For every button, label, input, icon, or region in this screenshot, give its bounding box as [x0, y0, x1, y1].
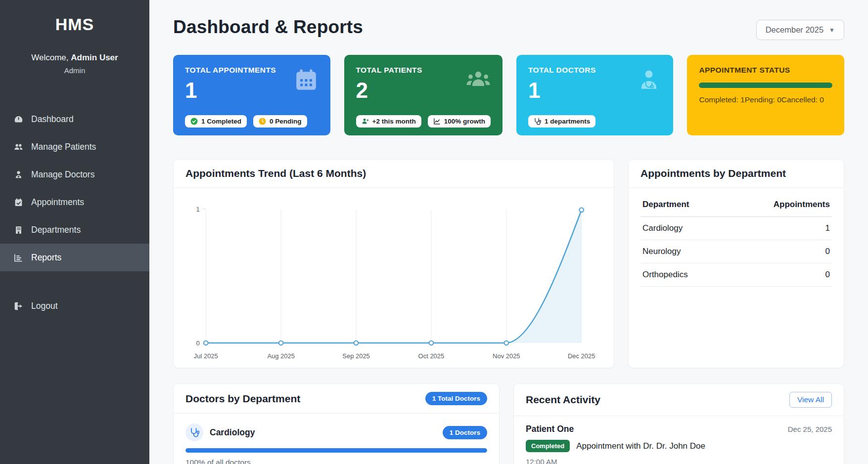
sidebar-item-label: Departments [31, 225, 81, 235]
doctors-list: Cardiology 1 Doctors 100% of all doctors [174, 414, 499, 464]
x-axis-label: Sep 2025 [342, 352, 370, 360]
stethoscope-icon [534, 118, 541, 125]
y-axis-tick-0: 0 [196, 339, 200, 347]
stat-card-badges: 1 Completed 0 Pending [185, 115, 319, 127]
sidebar-item-dashboard[interactable]: Dashboard [0, 105, 149, 133]
trend-panel-header: Appointments Trend (Last 6 Months) [174, 160, 614, 188]
department-cell: Neurology [640, 240, 728, 263]
stat-card-total-appointments: TOTAL APPOINTMENTS 1 1 Completed 0 Pendi… [173, 55, 330, 135]
departments-badge: 1 departments [528, 115, 595, 127]
x-axis-label: Dec 2025 [568, 352, 595, 360]
list-item: Patient One Dec 25, 2025 Completed Appoi… [526, 424, 832, 464]
welcome-prefix: Welcome, [31, 53, 68, 62]
trend-panel-title: Appointments Trend (Last 6 Months) [185, 168, 366, 179]
department-name: Cardiology [210, 427, 255, 438]
activity-time: 12:00 AM [526, 458, 832, 464]
x-axis-label: Nov 2025 [493, 352, 520, 360]
sidebar-item-manage-patients[interactable]: Manage Patients [0, 133, 149, 161]
activity-header: Patient One Dec 25, 2025 [526, 424, 832, 434]
sidebar-item-appointments[interactable]: Appointments [0, 188, 149, 216]
dept-panel-header: Appointments by Department [629, 160, 844, 188]
stat-card-badges: 1 departments [528, 115, 662, 127]
stethoscope-icon [185, 423, 203, 441]
sidebar-item-label: Appointments [31, 197, 84, 208]
sidebar-nav: Dashboard Manage Patients Manage Doctors… [0, 105, 149, 320]
sidebar-item-label: Dashboard [31, 114, 74, 125]
doctors-by-department-panel: Doctors by Department 1 Total Doctors Ca… [173, 383, 500, 464]
sidebar-item-reports[interactable]: Reports [0, 244, 149, 271]
main-content: Dashboard & Reports December 2025 ▼ TOTA… [149, 0, 868, 464]
appointments-trend-panel: Appointments Trend (Last 6 Months) [173, 159, 614, 368]
tachometer-icon [13, 114, 24, 125]
pending-badge: 0 Pending [253, 115, 307, 127]
stat-card-appointment-status: APPOINTMENT STATUS Completed: 1Pending: … [687, 55, 844, 135]
activity-detail: Completed Appointment with Dr. Dr. John … [526, 440, 832, 452]
view-all-button[interactable]: View All [789, 392, 832, 408]
completed-badge: 1 Completed [185, 115, 247, 127]
appointments-cell: 0 [728, 240, 832, 263]
doctors-count-badge: 1 Doctors [443, 426, 487, 439]
sidebar-item-departments[interactable]: Departments [0, 216, 149, 244]
doctors-panel-header: Doctors by Department 1 Total Doctors [174, 384, 499, 414]
welcome-text: Welcome, Admin User [0, 53, 149, 63]
clock-icon [259, 118, 266, 125]
sidebar-item-label: Logout [31, 301, 58, 311]
stat-cards-row: TOTAL APPOINTMENTS 1 1 Completed 0 Pendi… [173, 55, 844, 135]
calendar-check-icon [13, 197, 24, 208]
sidebar-item-label: Manage Doctors [31, 169, 94, 180]
table-header-row: Department Appointments [640, 193, 832, 217]
table-row: Cardiology 1 [640, 217, 832, 240]
chart-line-icon [13, 253, 24, 263]
stat-card-total-patients: TOTAL PATIENTS 2 +2 this month 100% grow… [344, 55, 503, 135]
table-row: Orthopedics 0 [640, 263, 832, 287]
chart-growth-icon [433, 118, 441, 125]
sidebar-item-label: Reports [31, 253, 61, 263]
topbar: Dashboard & Reports December 2025 ▼ [173, 17, 844, 40]
users-icon [466, 68, 491, 92]
person-plus-icon [362, 118, 369, 125]
trend-chart-container: 1 0 Jul 2025 Aug 2025 Sep 2025 Oct 2025 … [174, 188, 614, 368]
calendar-icon [294, 68, 319, 92]
recent-panel-title: Recent Activity [526, 394, 600, 406]
department-cell: Cardiology [640, 217, 728, 240]
growth-badge: 100% growth [428, 115, 491, 127]
sidebar-item-label: Manage Patients [31, 142, 96, 152]
sidebar-item-logout[interactable]: Logout [0, 292, 149, 320]
user-role: Admin [0, 66, 149, 75]
appointments-by-department-panel: Appointments by Department Department Ap… [628, 159, 844, 368]
appointments-cell: 1 [728, 217, 832, 240]
status-progress-bar [699, 83, 832, 88]
activity-list: Patient One Dec 25, 2025 Completed Appoi… [514, 416, 844, 464]
status-badge: Completed [526, 440, 570, 452]
stat-card-total-doctors: TOTAL DOCTORS 1 1 departments [516, 55, 674, 135]
y-axis-tick-1: 1 [196, 206, 200, 213]
welcome-user-name: Admin User [71, 53, 118, 62]
column-header-appointments: Appointments [728, 193, 832, 217]
department-appointments-table: Department Appointments Cardiology 1 Neu… [640, 193, 832, 287]
column-header-department: Department [640, 193, 728, 217]
app-logo: HMS [0, 0, 149, 34]
status-counts-text: Completed: 1Pending: 0Cancelled: 0 [699, 95, 832, 104]
month-selector-dropdown[interactable]: December 2025 ▼ [756, 20, 844, 40]
doctors-percentage-label: 100% of all doctors [185, 458, 487, 464]
status-progress-track [699, 83, 832, 88]
stat-card-badges: +2 this month 100% growth [356, 115, 491, 127]
appointments-trend-chart: 1 0 Jul 2025 Aug 2025 Sep 2025 Oct 2025 … [184, 196, 603, 363]
chevron-down-icon: ▼ [829, 27, 835, 34]
user-doctor-icon [637, 68, 661, 92]
sidebar-item-manage-doctors[interactable]: Manage Doctors [0, 161, 149, 188]
activity-description: Appointment with Dr. Dr. John Doe [576, 441, 705, 451]
stat-card-title: APPOINTMENT STATUS [699, 66, 832, 75]
sidebar: HMS Welcome, Admin User Admin Dashboard … [0, 0, 149, 464]
activity-date: Dec 25, 2025 [788, 425, 832, 433]
users-icon [13, 142, 24, 152]
logout-icon [13, 301, 24, 311]
x-axis-label: Jul 2025 [194, 352, 218, 360]
list-item: Cardiology 1 Doctors [185, 423, 487, 441]
table-row: Neurology 0 [640, 240, 832, 263]
x-axis-label: Oct 2025 [418, 352, 445, 360]
department-cell: Orthopedics [640, 263, 728, 287]
month-selector-value: December 2025 [766, 25, 823, 35]
recent-panel-header: Recent Activity View All [514, 384, 844, 416]
bottom-row: Doctors by Department 1 Total Doctors Ca… [173, 383, 844, 464]
